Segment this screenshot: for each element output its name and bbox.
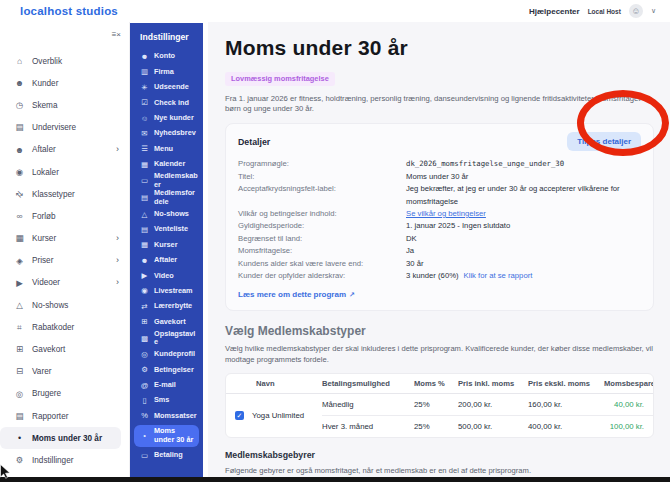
users-icon: ☻	[14, 79, 25, 88]
user-name: Local Host	[588, 8, 621, 15]
membership-table: Navn Betalingsmulighed Moms % Pris inkl.…	[225, 373, 654, 438]
program-more-link[interactable]: Læs mere om dette program ↗	[238, 290, 355, 299]
report-link[interactable]: Klik for at se rapport	[464, 270, 533, 282]
settings-item-menu[interactable]: ☰ Menu	[130, 141, 203, 156]
settings-item-kundeprofil[interactable]: ◎ Kundeprofil	[130, 347, 203, 362]
sidebar-item-undervisere[interactable]: ▤ Undervisere	[0, 117, 129, 139]
settings-item-opslagstavle[interactable]: ▩ Opslagstavle	[130, 330, 203, 347]
infinity-icon: ∞	[14, 212, 25, 221]
sidebar-item-videoer[interactable]: ▶ Videoer ›	[0, 272, 129, 294]
settings-item-laererbytte[interactable]: ⇄ Lærerbytte	[130, 299, 203, 314]
bottom-screen-edge	[0, 477, 670, 482]
sidebar-item-kurser[interactable]: ▦ Kurser ›	[0, 228, 129, 250]
sidebar-collapse-icon[interactable]: ≡×	[112, 30, 121, 39]
settings-item-momssatser[interactable]: % Momssatser	[130, 408, 203, 423]
help-center-link[interactable]: Hjælpecenter	[529, 7, 580, 16]
check-icon: ✓	[237, 412, 243, 419]
settings-item-medlemsfordele[interactable]: ▤ Medlemsfordele	[130, 189, 203, 206]
settings-item-livestream[interactable]: ◉ Livestream	[130, 284, 203, 299]
settings-nav-title: Indstillinger	[130, 32, 203, 49]
membership-name: Yoga Unlimited	[252, 411, 304, 420]
settings-item-e-mail[interactable]: @ E-mail	[130, 378, 203, 393]
gear-icon: ⚙	[14, 456, 25, 465]
sidebar-item-gavekort[interactable]: ⊞ Gavekort	[0, 338, 129, 360]
details-panel: Detaljer Tilpas detaljer Programnøgle: d…	[225, 123, 654, 311]
sidebar-item-brugere[interactable]: ◎ Brugere	[0, 383, 129, 405]
settings-item-gavekort[interactable]: ⊞ Gavekort	[130, 314, 203, 329]
settings-item-sms[interactable]: ▯ Sms	[130, 393, 203, 408]
warning-triangle-icon: △	[140, 211, 149, 219]
terms-gear-icon: ⚙	[140, 366, 149, 374]
top-header: localhost studios Hjælpecenter Local Hos…	[0, 0, 670, 22]
menu-icon: ☰	[140, 145, 149, 153]
fees-section-description: Følgende gebyrer er også momsfritaget, n…	[225, 466, 654, 476]
main-content: Moms under 30 år Lovmæssig momsfritagels…	[203, 22, 670, 477]
membership-card-icon: ▭	[140, 177, 149, 185]
resize-arrows-icon: ⇄	[13, 187, 27, 201]
location-pin-icon: ◉	[14, 168, 25, 177]
video-icon: ▶	[14, 279, 25, 288]
chevron-right-icon: ›	[116, 145, 119, 154]
sidebar-item-overblik[interactable]: ⌂ Overblik	[0, 50, 129, 72]
id-card-icon: ▤	[14, 123, 25, 132]
bullet-dot-icon: •	[14, 434, 25, 443]
sidebar-item-priser[interactable]: ◈ Priser ›	[0, 250, 129, 272]
settings-item-medlemskaber[interactable]: ▭ Medlemskaber	[130, 172, 203, 189]
settings-item-betaling[interactable]: ▭ Betaling	[130, 448, 203, 463]
settings-item-kurser[interactable]: ▦ Kurser	[130, 237, 203, 252]
edit-details-button[interactable]: Tilpas detaljer	[567, 132, 641, 151]
app-window: localhost studios Hjælpecenter Local Hos…	[0, 0, 670, 482]
detail-row: Gyldighedsperiode: 1. januar 2025 - Inge…	[238, 220, 641, 232]
settings-item-betingelser[interactable]: ⚙ Betingelser	[130, 362, 203, 377]
chevron-down-icon[interactable]: ∨	[651, 7, 656, 15]
price-tag-icon: ◈	[14, 257, 25, 266]
settings-item-nyhedsbrev[interactable]: ✉ Nyhedsbrev	[130, 126, 203, 141]
sidebar-item-skema[interactable]: ◷ Skema	[0, 94, 129, 116]
user-gear-icon: ☻	[140, 53, 149, 61]
sidebar-item-kunder[interactable]: ☻ Kunder	[0, 72, 129, 94]
sidebar-item-rapporter[interactable]: ▤ Rapporter	[0, 405, 129, 427]
payment-option-row: Månedlig 25% 200,00 kr. 160,00 kr. 40,00…	[322, 394, 653, 415]
terms-link[interactable]: Se vilkår og betingelser	[406, 208, 486, 220]
home-icon: ⌂	[14, 57, 25, 66]
payment-card-icon: ▭	[140, 452, 149, 460]
page-title: Moms under 30 år	[225, 36, 654, 60]
sidebar-item-klassetyper[interactable]: ⇄ Klassetyper	[0, 183, 129, 205]
sidebar-item-aftaler[interactable]: ☻ Aftaler ›	[0, 139, 129, 161]
board-icon: ▩	[140, 335, 149, 343]
at-icon: @	[140, 382, 149, 390]
settings-item-nye-kunder[interactable]: ☺ Nye kunder	[130, 111, 203, 126]
avatar[interactable]: ☺	[629, 4, 643, 18]
membership-table-row: ✓ Yoga Unlimited Månedlig 25% 200,00 kr.…	[226, 394, 653, 437]
membership-checkbox[interactable]: ✓	[235, 411, 244, 420]
gift-icon: ⊞	[140, 318, 149, 326]
settings-item-aftaler[interactable]: ☻ Aftaler	[130, 253, 203, 268]
detail-row: Kunder der opfylder alderskrav: 3 kunder…	[238, 270, 641, 282]
settings-item-venteliste[interactable]: ▤ Venteliste	[130, 222, 203, 237]
sidebar-item-forlob[interactable]: ∞ Forløb	[0, 205, 129, 227]
settings-item-no-shows[interactable]: △ No-shows	[130, 207, 203, 222]
sidebar-item-moms-under-30-ar[interactable]: • Moms under 30 år	[0, 427, 121, 449]
sidebar-item-varer[interactable]: ⊟ Varer	[0, 361, 129, 383]
settings-item-firma[interactable]: ▥ Firma	[130, 64, 203, 79]
settings-item-check-ind[interactable]: ☑ Check ind	[130, 95, 203, 110]
calendar-icon: ▦	[140, 161, 149, 169]
waitlist-icon: ▤	[140, 226, 149, 234]
user-circle-icon: ◎	[14, 390, 25, 399]
settings-item-moms-under-30-ar[interactable]: • Moms under 30 år	[134, 425, 199, 447]
fees-section-title: Medlemskabsgebyrer	[225, 450, 654, 460]
sidebar-item-indstillinger[interactable]: ⚙ Indstillinger	[0, 449, 129, 471]
settings-item-konto[interactable]: ☻ Konto	[130, 49, 203, 64]
user-circle-icon: ◎	[140, 351, 149, 359]
sparkle-icon: ✳	[140, 84, 149, 92]
user-icon: ☺	[631, 7, 640, 16]
chevron-right-icon: ›	[116, 234, 119, 243]
sidebar-item-no-shows[interactable]: △ No-shows	[0, 294, 129, 316]
settings-item-udseende[interactable]: ✳ Udseende	[130, 80, 203, 95]
detail-row: Vilkår og betingelser indhold: Se vilkår…	[238, 208, 641, 220]
calendar-icon: ▦	[14, 234, 25, 243]
sidebar-item-lokaler[interactable]: ◉ Lokaler	[0, 161, 129, 183]
settings-item-kalender[interactable]: ▦ Kalender	[130, 157, 203, 172]
sidebar-item-rabatkoder[interactable]: ⌗ Rabatkoder	[0, 316, 129, 338]
settings-item-video[interactable]: ▶ Video	[130, 268, 203, 283]
